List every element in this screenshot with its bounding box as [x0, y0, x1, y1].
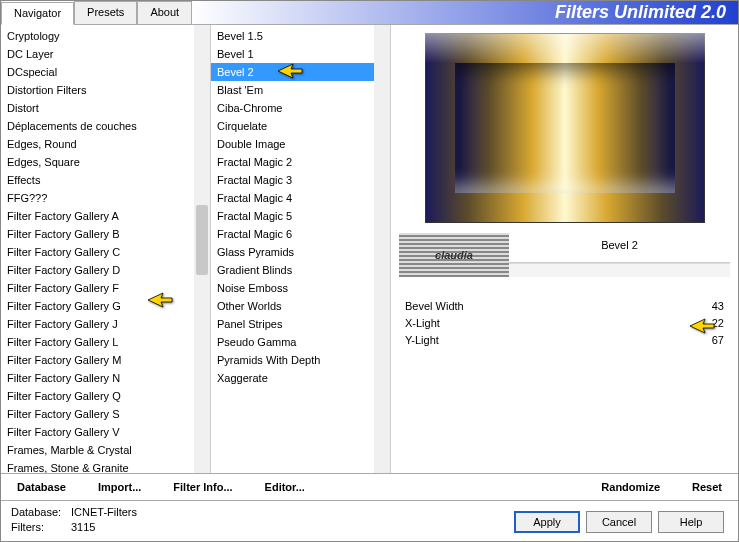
preview-panel: claudia Bevel 2 Bevel Width43X-Light22Y-… [391, 25, 738, 473]
list-item[interactable]: DCspecial [1, 63, 194, 81]
list-item[interactable]: Pseudo Gamma [211, 333, 374, 351]
list-item[interactable]: Ciba-Chrome [211, 99, 374, 117]
editor-button[interactable]: Editor... [249, 474, 321, 500]
list-item[interactable]: DC Layer [1, 45, 194, 63]
list-item[interactable]: Gradient Blinds [211, 261, 374, 279]
list-item[interactable]: Pyramids With Depth [211, 351, 374, 369]
list-item[interactable]: Other Worlds [211, 297, 374, 315]
parameter-row[interactable]: Bevel Width43 [399, 297, 730, 314]
tab-navigator[interactable]: Navigator [1, 2, 74, 25]
list-item[interactable]: Déplacements de couches [1, 117, 194, 135]
list-item[interactable]: Distortion Filters [1, 81, 194, 99]
import-button[interactable]: Import... [82, 474, 157, 500]
tab-presets[interactable]: Presets [74, 1, 137, 24]
list-item[interactable]: Filter Factory Gallery G [1, 297, 194, 315]
filter-info-button[interactable]: Filter Info... [157, 474, 248, 500]
header: Navigator Presets About Filters Unlimite… [1, 1, 738, 25]
list-item[interactable]: Double Image [211, 135, 374, 153]
list-item[interactable]: Fractal Magic 3 [211, 171, 374, 189]
parameter-row[interactable]: Y-Light67 [399, 331, 730, 348]
list-item[interactable]: Frames, Marble & Crystal [1, 441, 194, 459]
list-item[interactable]: FFG??? [1, 189, 194, 207]
list-item[interactable]: Distort [1, 99, 194, 117]
parameter-label: X-Light [405, 317, 694, 329]
list-item[interactable]: Fractal Magic 4 [211, 189, 374, 207]
list-item[interactable]: Filter Factory Gallery S [1, 405, 194, 423]
filter-panel: Bevel 1.5Bevel 1Bevel 2Blast 'EmCiba-Chr… [211, 25, 391, 473]
parameter-label: Y-Light [405, 334, 694, 346]
apply-button[interactable]: Apply [514, 511, 580, 533]
status-db-value: ICNET-Filters [71, 505, 137, 520]
randomize-button[interactable]: Randomize [585, 474, 676, 500]
status-filters-label: Filters: [11, 520, 71, 535]
parameter-label: Bevel Width [405, 300, 694, 312]
tab-about[interactable]: About [137, 1, 192, 24]
list-item[interactable]: Bevel 1 [211, 45, 374, 63]
list-item[interactable]: Filter Factory Gallery L [1, 333, 194, 351]
list-item[interactable]: Effects [1, 171, 194, 189]
parameter-row[interactable]: X-Light22 [399, 314, 730, 331]
help-button[interactable]: Help [658, 511, 724, 533]
list-item[interactable]: Edges, Square [1, 153, 194, 171]
watermark: claudia [399, 233, 509, 277]
divider [509, 263, 730, 277]
reset-button[interactable]: Reset [676, 474, 738, 500]
list-item[interactable]: Filter Factory Gallery V [1, 423, 194, 441]
list-item[interactable]: Fractal Magic 2 [211, 153, 374, 171]
parameter-value: 67 [694, 334, 724, 346]
parameter-list: Bevel Width43X-Light22Y-Light67 [399, 297, 730, 348]
list-item[interactable]: Frames, Stone & Granite [1, 459, 194, 473]
list-item[interactable]: Cirquelate [211, 117, 374, 135]
list-item[interactable]: Fractal Magic 6 [211, 225, 374, 243]
list-item[interactable]: Filter Factory Gallery Q [1, 387, 194, 405]
parameter-value: 43 [694, 300, 724, 312]
cancel-button[interactable]: Cancel [586, 511, 652, 533]
list-item[interactable]: Filter Factory Gallery A [1, 207, 194, 225]
list-item[interactable]: Blast 'Em [211, 81, 374, 99]
category-panel: CryptologyDC LayerDCspecialDistortion Fi… [1, 25, 211, 473]
list-item[interactable]: Edges, Round [1, 135, 194, 153]
filter-name-label: Bevel 2 [509, 233, 730, 263]
status-filters-value: 3115 [71, 520, 95, 535]
dialog-buttons: Apply Cancel Help [514, 511, 724, 533]
list-item[interactable]: Bevel 2 [211, 63, 374, 81]
preview-image [425, 33, 705, 223]
tab-bar: Navigator Presets About [1, 1, 192, 24]
list-item[interactable]: Filter Factory Gallery F [1, 279, 194, 297]
list-item[interactable]: Bevel 1.5 [211, 27, 374, 45]
list-item[interactable]: Filter Factory Gallery C [1, 243, 194, 261]
category-list[interactable]: CryptologyDC LayerDCspecialDistortion Fi… [1, 25, 194, 473]
filter-title-row: claudia Bevel 2 [399, 233, 730, 277]
list-item[interactable]: Filter Factory Gallery M [1, 351, 194, 369]
filter-scrollbar[interactable] [374, 25, 390, 473]
list-item[interactable]: Filter Factory Gallery D [1, 261, 194, 279]
list-item[interactable]: Panel Stripes [211, 315, 374, 333]
list-item[interactable]: Fractal Magic 5 [211, 207, 374, 225]
list-item[interactable]: Glass Pyramids [211, 243, 374, 261]
scroll-thumb[interactable] [196, 205, 208, 275]
list-item[interactable]: Filter Factory Gallery B [1, 225, 194, 243]
list-item[interactable]: Noise Emboss [211, 279, 374, 297]
app-title: Filters Unlimited 2.0 [192, 1, 738, 24]
list-item[interactable]: Filter Factory Gallery N [1, 369, 194, 387]
list-item[interactable]: Cryptology [1, 27, 194, 45]
list-item[interactable]: Xaggerate [211, 369, 374, 387]
toolbar: Database Import... Filter Info... Editor… [1, 473, 738, 501]
parameter-value: 22 [694, 317, 724, 329]
category-scrollbar[interactable] [194, 25, 210, 473]
list-item[interactable]: Filter Factory Gallery J [1, 315, 194, 333]
main-area: CryptologyDC LayerDCspecialDistortion Fi… [1, 25, 738, 473]
status-db-label: Database: [11, 505, 71, 520]
filter-list[interactable]: Bevel 1.5Bevel 1Bevel 2Blast 'EmCiba-Chr… [211, 25, 374, 473]
database-button[interactable]: Database [1, 474, 82, 500]
